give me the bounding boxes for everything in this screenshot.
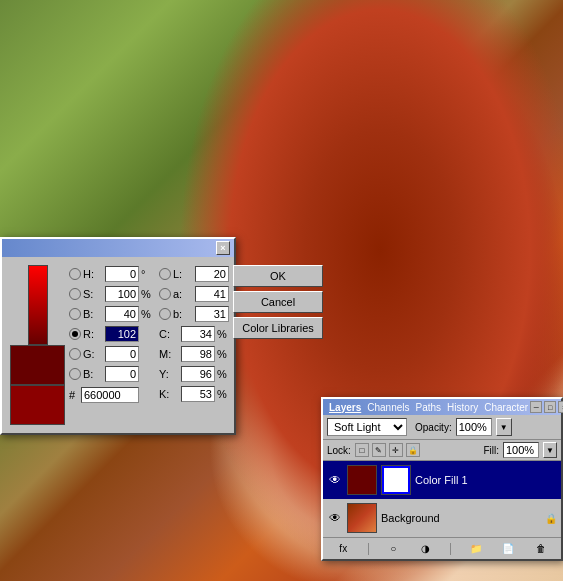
tab-channels[interactable]: Channels — [365, 402, 411, 413]
radio-h[interactable] — [69, 268, 81, 280]
lock-all-button[interactable]: 🔒 — [406, 443, 420, 457]
color-fill-swatch — [348, 466, 376, 494]
maximize-icon[interactable]: □ — [544, 401, 556, 413]
add-mask-button[interactable]: ○ — [385, 541, 401, 557]
input-c[interactable] — [181, 326, 215, 342]
input-r[interactable] — [105, 326, 139, 342]
input-k[interactable] — [181, 386, 215, 402]
fill-label: Fill: — [483, 445, 499, 456]
layers-panel: Layers Channels Paths History Character … — [321, 397, 563, 561]
input-l[interactable] — [195, 266, 229, 282]
input-blab[interactable] — [195, 306, 229, 322]
dialog-titlebar: × — [2, 239, 234, 257]
input-b[interactable] — [105, 306, 139, 322]
label-r: R: — [83, 328, 103, 340]
radio-b[interactable] — [69, 308, 81, 320]
radio-blab[interactable] — [159, 308, 171, 320]
new-group-button[interactable]: 📁 — [468, 541, 484, 557]
color-swatch-new — [10, 345, 65, 385]
label-c: C: — [159, 328, 179, 340]
delete-layer-button[interactable]: 🗑 — [533, 541, 549, 557]
dialog-body: H: ° S: % B: % — [2, 257, 234, 433]
tab-history[interactable]: History — [445, 402, 480, 413]
tab-layers[interactable]: Layers — [327, 402, 363, 413]
label-b: B: — [83, 308, 103, 320]
label-k: K: — [159, 388, 179, 400]
color-swatch-current — [10, 385, 65, 425]
label-h: H: — [83, 268, 103, 280]
cancel-button[interactable]: Cancel — [233, 291, 323, 313]
radio-s[interactable] — [69, 288, 81, 300]
add-adjustment-button[interactable]: ◑ — [418, 541, 434, 557]
lock-position-button[interactable]: ✛ — [389, 443, 403, 457]
layers-lock-row: Lock: □ ✎ ✛ 🔒 Fill: ▼ — [323, 440, 561, 461]
label-m: M: — [159, 348, 179, 360]
radio-l[interactable] — [159, 268, 171, 280]
input-s[interactable] — [105, 286, 139, 302]
input-h[interactable] — [105, 266, 139, 282]
unit-b: % — [141, 308, 151, 320]
field-row-k: K: % — [159, 385, 229, 403]
input-y[interactable] — [181, 366, 215, 382]
ok-button[interactable]: OK — [233, 265, 323, 287]
label-s: S: — [83, 288, 103, 300]
layer-item-color-fill[interactable]: 👁 Color Fill 1 — [323, 461, 561, 499]
tab-paths[interactable]: Paths — [414, 402, 444, 413]
layer-visibility-color-fill[interactable]: 👁 — [327, 472, 343, 488]
radio-r[interactable] — [69, 328, 81, 340]
opacity-input[interactable] — [456, 418, 492, 436]
layer-mask-thumb-color-fill — [381, 465, 411, 495]
lock-icons: □ ✎ ✛ 🔒 — [355, 443, 420, 457]
unit-c: % — [217, 328, 227, 340]
unit-s: % — [141, 288, 151, 300]
color-picker-dialog: × H: ° S: — [0, 237, 236, 435]
field-row-c: C: % — [159, 325, 229, 343]
opacity-arrow[interactable]: ▼ — [496, 418, 512, 436]
layers-tabs: Layers Channels Paths History Character — [327, 402, 530, 413]
add-style-button[interactable]: fx — [335, 541, 351, 557]
input-g[interactable] — [105, 346, 139, 362]
layer-lock-icon: 🔒 — [545, 513, 557, 524]
label-y: Y: — [159, 368, 179, 380]
field-row-g: G: — [69, 345, 151, 363]
hex-input[interactable] — [81, 387, 139, 403]
close-layers-icon[interactable]: × — [558, 401, 563, 413]
field-row-m: M: % — [159, 345, 229, 363]
radio-blue[interactable] — [69, 368, 81, 380]
label-a: a: — [173, 288, 193, 300]
input-blue[interactable] — [105, 366, 139, 382]
layer-name-color-fill: Color Fill 1 — [415, 474, 557, 486]
lock-transparency-button[interactable]: □ — [355, 443, 369, 457]
input-a[interactable] — [195, 286, 229, 302]
layer-item-background[interactable]: 👁 Background 🔒 — [323, 499, 561, 537]
tab-character[interactable]: Character — [482, 402, 530, 413]
layer-mask-white — [382, 466, 410, 494]
field-row-a: a: — [159, 285, 229, 303]
input-m[interactable] — [181, 346, 215, 362]
lab-cmyk-fields: L: a: b: C: % — [159, 265, 229, 403]
field-row-r: R: — [69, 325, 151, 343]
titlebar-icons: ─ □ × — [530, 401, 563, 413]
dialog-close-button[interactable]: × — [216, 241, 230, 255]
lock-label: Lock: — [327, 445, 351, 456]
field-row-h: H: ° — [69, 265, 151, 283]
blend-mode-select[interactable]: Soft Light Normal Multiply Screen Overla… — [327, 418, 407, 436]
lock-pixels-button[interactable]: ✎ — [372, 443, 386, 457]
separator-1 — [368, 543, 369, 555]
radio-g[interactable] — [69, 348, 81, 360]
minimize-icon[interactable]: ─ — [530, 401, 542, 413]
layer-visibility-background[interactable]: 👁 — [327, 510, 343, 526]
field-row-s: S: % — [69, 285, 151, 303]
top-row: H: ° S: % B: % — [10, 265, 226, 425]
fill-input[interactable] — [503, 442, 539, 458]
color-strip — [28, 265, 48, 345]
radio-a[interactable] — [159, 288, 171, 300]
field-row-b: B: % — [69, 305, 151, 323]
layer-thumb-background — [347, 503, 377, 533]
fill-arrow[interactable]: ▼ — [543, 442, 557, 458]
color-libraries-button[interactable]: Color Libraries — [233, 317, 323, 339]
opacity-label: Opacity: — [415, 422, 452, 433]
unit-k: % — [217, 388, 227, 400]
new-layer-button[interactable]: 📄 — [500, 541, 516, 557]
unit-h: ° — [141, 268, 151, 280]
